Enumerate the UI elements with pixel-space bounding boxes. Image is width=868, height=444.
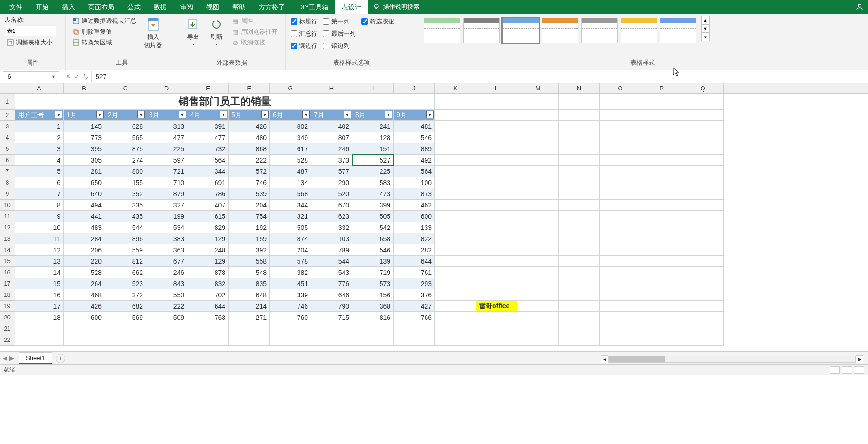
cell[interactable]	[517, 244, 559, 256]
cell[interactable]: 9	[15, 211, 64, 222]
cell[interactable]	[394, 323, 435, 334]
cell[interactable]: 313	[146, 121, 187, 132]
ribbon-tab[interactable]: 文件	[3, 0, 29, 14]
sheet-nav-prev-icon[interactable]: ◀	[3, 355, 7, 362]
cell[interactable]	[559, 177, 600, 188]
row-header[interactable]: 5	[0, 143, 15, 155]
ribbon-tab[interactable]: 开始	[29, 0, 55, 14]
cell[interactable]: 352	[105, 188, 146, 200]
horizontal-scrollbar[interactable]: ◀ ▶	[601, 355, 863, 363]
cell[interactable]	[600, 289, 641, 301]
cell[interactable]	[435, 244, 476, 256]
cell[interactable]: 100	[394, 177, 435, 188]
cell[interactable]	[600, 267, 641, 278]
cell[interactable]: 373	[311, 155, 352, 166]
filter-dropdown-icon[interactable]: ▼	[55, 111, 62, 118]
cell[interactable]: 544	[105, 222, 146, 233]
filter-dropdown-icon[interactable]: ▼	[385, 111, 392, 118]
cell[interactable]: 204	[270, 244, 311, 256]
cell[interactable]: 5	[15, 166, 64, 177]
cell[interactable]: 159	[229, 233, 270, 244]
cell[interactable]	[600, 211, 641, 222]
cell[interactable]: 3	[15, 143, 64, 155]
cell[interactable]: 18	[15, 312, 64, 323]
cell[interactable]: 3月▼	[146, 110, 187, 121]
cell[interactable]: 363	[146, 244, 187, 256]
cell[interactable]	[476, 143, 517, 155]
cell[interactable]	[559, 267, 600, 278]
cell[interactable]	[476, 110, 517, 121]
cell[interactable]: 546	[352, 244, 394, 256]
row-header[interactable]: 8	[0, 177, 15, 188]
cell[interactable]: 763	[187, 312, 229, 323]
column-header[interactable]: N	[559, 83, 600, 93]
cell[interactable]: 349	[270, 132, 311, 143]
row-header[interactable]: 20	[0, 312, 15, 323]
cell[interactable]	[187, 323, 229, 334]
filter-dropdown-icon[interactable]: ▼	[261, 111, 269, 118]
cell[interactable]: 564	[187, 155, 229, 166]
cell[interactable]	[435, 312, 476, 323]
cell[interactable]: 732	[187, 143, 229, 155]
cell[interactable]	[476, 200, 517, 211]
cell[interactable]: 10	[15, 222, 64, 233]
cell[interactable]	[559, 211, 600, 222]
row-header[interactable]: 10	[0, 200, 15, 211]
add-sheet-button[interactable]: +	[56, 354, 65, 363]
cell[interactable]	[105, 334, 146, 346]
cell[interactable]: 11	[15, 233, 64, 244]
cell[interactable]: 129	[187, 256, 229, 267]
cell[interactable]	[476, 267, 517, 278]
cell[interactable]	[311, 323, 352, 334]
column-header[interactable]: Q	[682, 83, 724, 93]
header-row-checkbox[interactable]: 标题行	[291, 16, 317, 27]
cell[interactable]	[559, 222, 600, 233]
cell[interactable]: 477	[187, 132, 229, 143]
cell[interactable]: 462	[394, 200, 435, 211]
cell[interactable]	[476, 233, 517, 244]
cell[interactable]	[435, 222, 476, 233]
cell[interactable]	[641, 233, 682, 244]
cell[interactable]: 7	[15, 188, 64, 200]
cell[interactable]: 4月▼	[187, 110, 229, 121]
cell[interactable]: 832	[187, 278, 229, 289]
cell[interactable]: 644	[394, 256, 435, 267]
cell[interactable]: 494	[64, 200, 105, 211]
row-header[interactable]: 18	[0, 289, 15, 301]
cell[interactable]: 16	[15, 289, 64, 301]
cell[interactable]: 528	[64, 267, 105, 278]
cell[interactable]	[435, 267, 476, 278]
cell[interactable]	[682, 132, 724, 143]
row-header[interactable]: 2	[0, 110, 15, 121]
cell[interactable]	[600, 334, 641, 346]
banded-row-checkbox[interactable]: 镶边行	[291, 40, 317, 52]
cell[interactable]	[435, 188, 476, 200]
export-button[interactable]: 导出▾	[183, 16, 203, 47]
tell-me-search[interactable]: 操作说明搜索	[373, 3, 419, 11]
cell[interactable]	[435, 143, 476, 155]
style-more-button[interactable]: ▾	[701, 33, 710, 41]
filter-dropdown-icon[interactable]: ▼	[344, 111, 351, 118]
cell[interactable]	[559, 94, 600, 110]
cell[interactable]: 670	[311, 200, 352, 211]
cell[interactable]	[682, 166, 724, 177]
cell[interactable]	[559, 233, 600, 244]
cell[interactable]	[682, 188, 724, 200]
cell[interactable]: 843	[146, 278, 187, 289]
cell[interactable]	[517, 110, 559, 121]
ribbon-tab[interactable]: 页面布局	[82, 0, 121, 14]
cell[interactable]: 372	[105, 289, 146, 301]
cell[interactable]: 868	[229, 143, 270, 155]
cell[interactable]: 539	[229, 188, 270, 200]
cell[interactable]: 889	[394, 143, 435, 155]
cell[interactable]	[641, 323, 682, 334]
cell[interactable]: 155	[105, 177, 146, 188]
cell[interactable]: 441	[64, 211, 105, 222]
cell[interactable]	[559, 289, 600, 301]
cancel-formula-icon[interactable]: ✕	[66, 73, 71, 80]
cell[interactable]	[517, 256, 559, 267]
cell[interactable]: 14	[15, 267, 64, 278]
cell[interactable]: 290	[311, 177, 352, 188]
cell[interactable]: 344	[270, 200, 311, 211]
cell[interactable]: 220	[64, 256, 105, 267]
